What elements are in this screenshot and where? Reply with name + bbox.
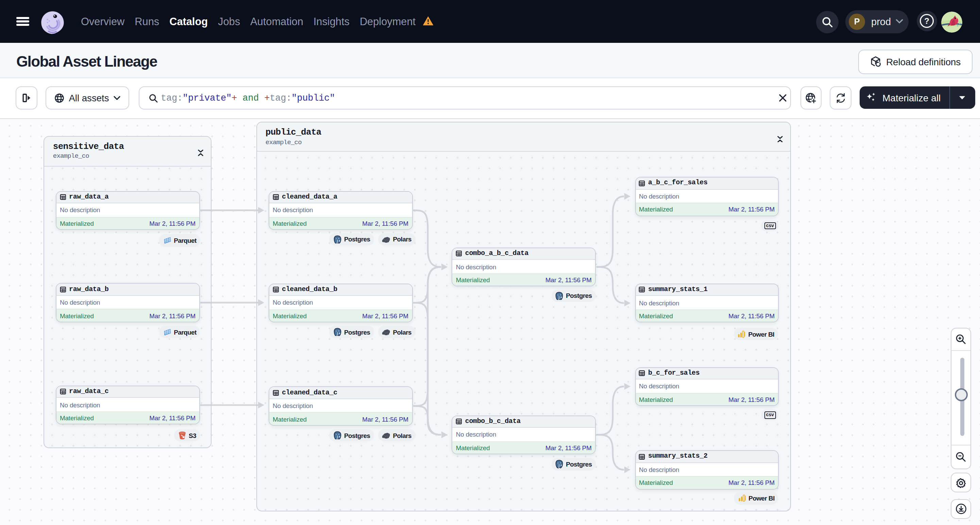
svg-text:?: ? bbox=[924, 17, 929, 26]
